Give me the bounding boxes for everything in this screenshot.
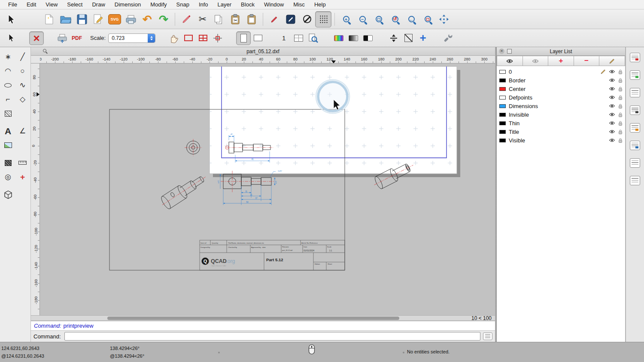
redo-button[interactable]: ↷ xyxy=(155,11,172,27)
menu-draw[interactable]: Draw xyxy=(87,0,109,9)
shape-tool[interactable]: ◎ xyxy=(1,170,15,184)
snap-tool[interactable]: + xyxy=(16,170,29,184)
move-paper-button[interactable] xyxy=(167,31,181,45)
horizontal-scrollbar[interactable]: 10 < 100 xyxy=(31,315,495,321)
draft-mode-button[interactable] xyxy=(401,31,416,45)
property-editor-panel-button[interactable] xyxy=(629,51,641,63)
layer-visibility-toggle[interactable] xyxy=(609,95,615,100)
arc-tool[interactable]: ◠ xyxy=(1,64,15,78)
paper-borders-button[interactable] xyxy=(181,31,196,45)
menu-misc[interactable]: Misc xyxy=(289,0,310,9)
panel-detach-icon[interactable] xyxy=(507,49,512,54)
zoom-window-button[interactable] xyxy=(419,11,436,27)
view-list-panel-button[interactable] xyxy=(629,139,641,151)
layer-lock-toggle[interactable] xyxy=(618,121,623,126)
point-tool[interactable]: ∗ xyxy=(1,50,15,63)
title-block[interactable]: Item ref Quantity Title/Name, destinatio… xyxy=(200,240,345,270)
layer-lock-toggle[interactable] xyxy=(618,95,623,100)
draw-order-button[interactable] xyxy=(266,11,283,27)
line-tool[interactable]: ╱ xyxy=(16,50,29,63)
panel-close-icon[interactable]: ✕ xyxy=(499,48,504,54)
polygon-tool[interactable]: ◇ xyxy=(16,93,29,106)
layer-color-swatch[interactable] xyxy=(499,104,506,108)
selection-filter-panel-button[interactable] xyxy=(629,122,641,134)
layer-row-Thin[interactable]: Thin xyxy=(497,119,625,127)
layer-lock-toggle[interactable] xyxy=(618,69,623,75)
layer-edit-icon[interactable] xyxy=(601,69,606,74)
layer-lock-toggle[interactable] xyxy=(618,129,623,135)
edit-layer-button[interactable] xyxy=(599,56,625,66)
cut-button[interactable]: ✂ xyxy=(194,11,211,27)
ellipse-tool[interactable] xyxy=(1,78,15,92)
layer-panel-header[interactable]: ✕ Layer List xyxy=(497,47,625,56)
print-now-button[interactable] xyxy=(55,31,70,45)
single-page-button[interactable]: 1 xyxy=(276,31,291,45)
command-history-panel-button[interactable] xyxy=(629,157,641,169)
pdf-export-button[interactable]: PDF xyxy=(70,31,84,45)
layer-row-Visible[interactable]: Visible xyxy=(497,136,625,145)
scrollbar-thumb[interactable] xyxy=(107,317,399,320)
open-file-button[interactable] xyxy=(58,11,74,27)
spline-tool[interactable]: ∿ xyxy=(16,78,29,92)
print-button[interactable] xyxy=(123,11,139,27)
cut-to-clipboard-button[interactable]: ✂ xyxy=(227,11,243,27)
layer-row-Border[interactable]: Border xyxy=(497,76,625,84)
view-iso-left[interactable] xyxy=(158,171,210,211)
menu-help[interactable]: Help xyxy=(310,0,331,9)
scale-stepper[interactable] xyxy=(148,34,155,42)
layer-row-Title[interactable]: Title xyxy=(497,127,625,136)
pan-button[interactable] xyxy=(436,11,452,27)
paste-button[interactable] xyxy=(243,11,260,27)
blackwhite-button[interactable] xyxy=(361,31,375,45)
menu-file[interactable]: File xyxy=(3,0,22,9)
layer-lock-toggle[interactable] xyxy=(618,78,623,83)
layer-visibility-toggle[interactable] xyxy=(609,130,615,134)
layer-row-Defpoints[interactable]: Defpoints xyxy=(497,93,625,102)
block-list-panel-button[interactable] xyxy=(629,87,641,99)
grid-toggle-button[interactable] xyxy=(315,11,331,27)
document-tab-bar[interactable]: part_05.12.dxf xyxy=(31,47,495,56)
fit-page-button[interactable] xyxy=(306,31,320,45)
layer-color-swatch[interactable] xyxy=(499,78,506,82)
text-tool[interactable]: A xyxy=(1,124,15,138)
svg-export-button[interactable]: SVG xyxy=(106,11,123,27)
menu-snap[interactable]: Snap xyxy=(172,0,194,9)
zoom-back-button[interactable]: ← xyxy=(403,11,419,27)
image-tool[interactable] xyxy=(1,139,15,152)
menu-window[interactable]: Window xyxy=(259,0,289,9)
clipboard-panel-button[interactable] xyxy=(629,175,641,187)
dimension-tool[interactable]: ∠ xyxy=(16,124,29,138)
measure-tool[interactable] xyxy=(16,156,29,169)
view-top-circles[interactable] xyxy=(185,139,202,156)
layer-color-swatch[interactable] xyxy=(499,87,506,91)
menu-modify[interactable]: Modify xyxy=(146,0,171,9)
command-options-button[interactable] xyxy=(483,332,492,340)
drawing-canvas[interactable]: 41 ø8 xyxy=(40,63,495,315)
layer-lock-toggle[interactable] xyxy=(618,138,623,143)
layer-color-swatch[interactable] xyxy=(499,121,506,125)
new-file-button[interactable] xyxy=(41,11,58,27)
layer-lock-toggle[interactable] xyxy=(618,112,623,118)
layer-row-Invisible[interactable]: Invisible xyxy=(497,110,625,119)
zoom-in-button[interactable]: + xyxy=(338,11,354,27)
layer-row-Center[interactable]: Center xyxy=(497,84,625,93)
layer-visibility-toggle[interactable] xyxy=(609,104,615,108)
polyline-tool[interactable]: ⌐ xyxy=(1,93,15,106)
layer-list-panel-button[interactable] xyxy=(629,104,641,116)
layer-color-swatch[interactable] xyxy=(499,70,506,74)
block-edit-button[interactable] xyxy=(283,11,299,27)
menu-edit[interactable]: Edit xyxy=(22,0,41,9)
layer-row-Dimensions[interactable]: Dimensions xyxy=(497,102,625,110)
menu-layer[interactable]: Layer xyxy=(213,0,237,9)
layer-row-0[interactable]: 0 xyxy=(497,67,625,76)
show-all-layers-button[interactable] xyxy=(497,56,523,66)
layer-visibility-toggle[interactable] xyxy=(609,138,615,142)
no-print-layer-button[interactable] xyxy=(299,11,315,27)
layer-color-swatch[interactable] xyxy=(499,113,506,117)
hatch-tool[interactable] xyxy=(1,107,15,120)
portrait-button[interactable] xyxy=(236,31,251,45)
save-file-button[interactable] xyxy=(74,11,90,27)
copy-button[interactable] xyxy=(211,11,227,27)
layer-color-swatch[interactable] xyxy=(499,130,506,134)
preview-selection-button[interactable] xyxy=(3,31,18,45)
